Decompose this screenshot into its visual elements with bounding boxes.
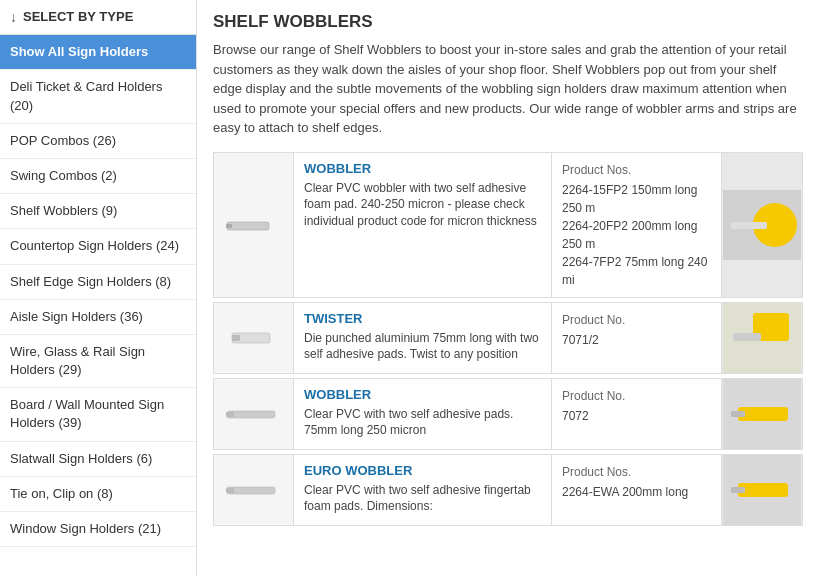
svg-rect-6	[232, 335, 240, 341]
product-name[interactable]: WOBBLER	[304, 387, 541, 402]
svg-rect-13	[738, 407, 788, 421]
product-name[interactable]: TWISTER	[304, 311, 541, 326]
product-codes: Product No. 7071/2	[552, 303, 722, 373]
svg-rect-11	[226, 412, 234, 417]
svg-rect-19	[731, 487, 745, 493]
product-thumbnail	[214, 379, 294, 449]
product-image	[722, 153, 802, 297]
product-name[interactable]: WOBBLER	[304, 161, 541, 176]
sidebar-item-countertop-sign[interactable]: Countertop Sign Holders (24)	[0, 229, 196, 264]
product-codes-label: Product Nos.	[562, 463, 711, 481]
sidebar-items-container: Show All Sign HoldersDeli Ticket & Card …	[0, 35, 196, 547]
product-codes-label: Product Nos.	[562, 161, 711, 179]
product-description: Die punched aluminium 75mm long with two…	[304, 330, 541, 364]
product-info: WOBBLER Clear PVC with two self adhesive…	[294, 379, 552, 449]
sidebar: ↓ SELECT BY TYPE Show All Sign HoldersDe…	[0, 0, 197, 576]
product-row: TWISTER Die punched aluminium 75mm long …	[213, 302, 803, 374]
page-title: SHELF WOBBLERS	[213, 12, 803, 32]
sidebar-item-wire-glass[interactable]: Wire, Glass & Rail Sign Holders (29)	[0, 335, 196, 388]
svg-rect-0	[227, 222, 269, 230]
page-description: Browse our range of Shelf Wobblers to bo…	[213, 40, 803, 138]
arrow-icon: ↓	[10, 8, 17, 26]
product-image	[722, 379, 802, 449]
product-info: EURO WOBBLER Clear PVC with two self adh…	[294, 455, 552, 525]
product-codes-label: Product No.	[562, 387, 711, 405]
sidebar-item-all-sign-holders[interactable]: Show All Sign Holders	[0, 35, 196, 70]
svg-rect-15	[227, 487, 275, 494]
product-thumbnail	[214, 455, 294, 525]
svg-rect-10	[227, 411, 275, 418]
svg-rect-9	[733, 333, 761, 341]
product-thumbnail	[214, 303, 294, 373]
product-description: Clear PVC with two self adhesive pads. 7…	[304, 406, 541, 440]
sidebar-item-board-wall[interactable]: Board / Wall Mounted Sign Holders (39)	[0, 388, 196, 441]
sidebar-item-pop-combos[interactable]: POP Combos (26)	[0, 124, 196, 159]
svg-rect-1	[226, 224, 232, 228]
product-image	[722, 303, 802, 373]
product-list: WOBBLER Clear PVC wobbler with two self …	[213, 152, 803, 526]
sidebar-item-shelf-edge[interactable]: Shelf Edge Sign Holders (8)	[0, 265, 196, 300]
product-codes: Product Nos. 2264-15FP2 150mm long 250 m…	[552, 153, 722, 297]
sidebar-item-window-sign[interactable]: Window Sign Holders (21)	[0, 512, 196, 547]
product-codes-values: 7072	[562, 407, 711, 425]
product-codes: Product No. 7072	[552, 379, 722, 449]
svg-rect-16	[226, 488, 234, 493]
sidebar-title-text: SELECT BY TYPE	[23, 9, 133, 26]
product-description: Clear PVC with two self adhesive fingert…	[304, 482, 541, 516]
product-codes: Product Nos. 2264-EWA 200mm long	[552, 455, 722, 525]
product-codes-values: 2264-15FP2 150mm long 250 m2264-20FP2 20…	[562, 181, 711, 289]
product-thumbnail	[214, 153, 294, 297]
sidebar-item-slatwall[interactable]: Slatwall Sign Holders (6)	[0, 442, 196, 477]
product-info: WOBBLER Clear PVC wobbler with two self …	[294, 153, 552, 297]
sidebar-title: ↓ SELECT BY TYPE	[0, 0, 196, 35]
product-description: Clear PVC wobbler with two self adhesive…	[304, 180, 541, 230]
product-row: WOBBLER Clear PVC with two self adhesive…	[213, 378, 803, 450]
main-content: SHELF WOBBLERS Browse our range of Shelf…	[197, 0, 819, 576]
sidebar-item-aisle-sign[interactable]: Aisle Sign Holders (36)	[0, 300, 196, 335]
product-codes-values: 7071/2	[562, 331, 711, 349]
product-image	[722, 455, 802, 525]
product-info: TWISTER Die punched aluminium 75mm long …	[294, 303, 552, 373]
product-codes-label: Product No.	[562, 311, 711, 329]
sidebar-item-shelf-wobblers[interactable]: Shelf Wobblers (9)	[0, 194, 196, 229]
product-row: WOBBLER Clear PVC wobbler with two self …	[213, 152, 803, 298]
product-name[interactable]: EURO WOBBLER	[304, 463, 541, 478]
sidebar-item-deli-ticket[interactable]: Deli Ticket & Card Holders (20)	[0, 70, 196, 123]
svg-rect-18	[738, 483, 788, 497]
product-row: EURO WOBBLER Clear PVC with two self adh…	[213, 454, 803, 526]
product-codes-values: 2264-EWA 200mm long	[562, 483, 711, 501]
svg-rect-14	[731, 411, 745, 417]
sidebar-item-tie-clip[interactable]: Tie on, Clip on (8)	[0, 477, 196, 512]
sidebar-item-swing-combos[interactable]: Swing Combos (2)	[0, 159, 196, 194]
svg-rect-4	[731, 222, 767, 229]
